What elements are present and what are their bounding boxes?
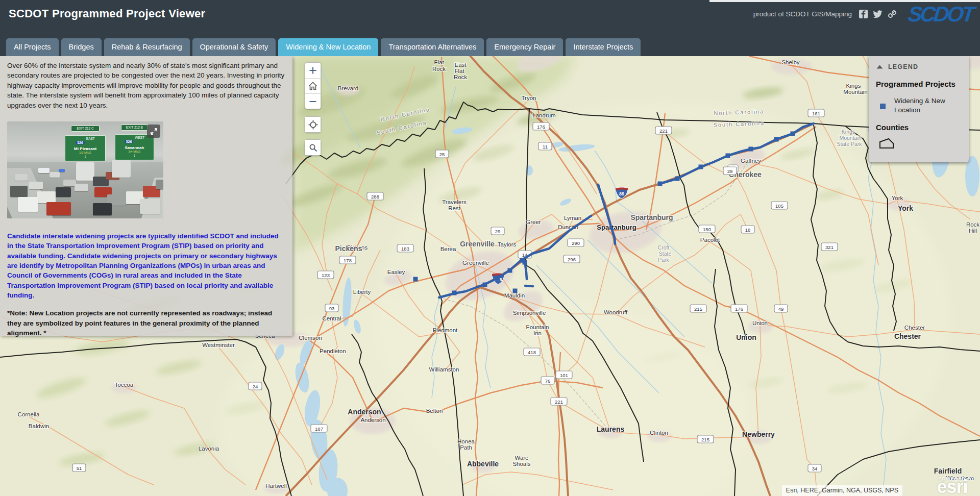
chevron-up-icon xyxy=(876,62,884,71)
vehicle xyxy=(15,174,27,181)
tab-emergency-repair[interactable]: Emergency Repair xyxy=(486,38,563,56)
home-icon xyxy=(308,82,317,90)
map-label: Rest xyxy=(448,205,460,211)
vehicle xyxy=(38,168,49,173)
project-point-widening xyxy=(726,154,730,158)
map-label: Williamston xyxy=(429,366,459,373)
tab-rehab-resurfacing[interactable]: Rehab & Resurfacing xyxy=(104,38,190,56)
candidate-projects-text: Candidate interstate widening projects a… xyxy=(7,231,285,300)
map-label: Brevard xyxy=(338,85,358,91)
map-label: Easley xyxy=(387,269,405,275)
map-label: Travelers xyxy=(442,199,467,205)
map-label: Inn xyxy=(533,330,542,336)
tab-interstate-projects[interactable]: Interstate Projects xyxy=(566,38,641,56)
map-label: Central xyxy=(322,315,341,321)
route-shield-number: 25 xyxy=(439,152,445,157)
route-shield-number: 215 xyxy=(701,437,709,442)
map-label: Laurens xyxy=(597,425,625,433)
route-shield-number: 178 xyxy=(344,258,352,263)
search-button[interactable] xyxy=(305,140,321,155)
tab-widening-new-location[interactable]: Widening & New Location xyxy=(278,38,378,56)
vehicle xyxy=(140,199,160,214)
map-label: Mountain xyxy=(843,89,867,95)
project-point-widening xyxy=(496,277,500,281)
page-title: SCDOT Programmed Project Viewer xyxy=(9,7,205,20)
zoom-in-button[interactable] xyxy=(305,63,321,78)
map-label: State Park xyxy=(837,141,862,147)
project-point-widening xyxy=(658,182,663,186)
map-label: Shoals xyxy=(512,461,530,467)
project-point-widening xyxy=(513,289,518,293)
vehicle xyxy=(63,180,76,186)
map-label: Piedmont xyxy=(433,327,458,333)
tab-all-projects[interactable]: All Projects xyxy=(6,38,59,56)
polygon-icon xyxy=(878,137,962,152)
route-shield-number: 101 xyxy=(560,373,568,378)
map-label: Flat xyxy=(454,68,464,74)
zoom-control-group xyxy=(305,62,321,109)
map-label: Baldwin xyxy=(29,423,49,429)
map-label: Anderson xyxy=(348,408,381,416)
route-shield-number: 76 xyxy=(545,378,551,384)
map-label: Flat xyxy=(434,59,444,65)
route-shield-number: 288 xyxy=(371,194,379,200)
map-label: Greer xyxy=(526,219,541,225)
route-shield-number: 49 xyxy=(778,306,784,312)
vehicle xyxy=(29,182,43,189)
home-button[interactable] xyxy=(305,78,321,93)
map-label: Woodruff xyxy=(604,309,628,315)
highway-sign: 526EASTMt Pleasant1/2 MILE↓ xyxy=(65,135,106,161)
project-point-widening xyxy=(452,291,457,295)
map-label: Westminster xyxy=(202,342,235,348)
vehicle xyxy=(112,160,131,178)
vehicle xyxy=(75,184,89,191)
map-label: Fountain xyxy=(526,324,549,330)
map-label: Pendleton xyxy=(320,348,346,354)
map-label: Rock xyxy=(454,74,467,80)
map-label: Lavonia xyxy=(199,445,219,452)
route-shield-number: 296 xyxy=(568,257,576,262)
map-label: Honea xyxy=(457,438,475,444)
map-label: Mauldin xyxy=(504,292,525,299)
tab-transportation-alternatives[interactable]: Transportation Alternatives xyxy=(381,38,484,56)
zoom-out-button[interactable] xyxy=(305,93,321,109)
map-label: Landrum xyxy=(532,112,555,118)
route-shield-number: 18 xyxy=(745,227,751,233)
minus-icon xyxy=(309,97,317,106)
vehicle xyxy=(156,180,163,189)
vehicle xyxy=(18,197,38,212)
legend-header[interactable]: LEGEND xyxy=(876,62,962,71)
tab-operational-safety[interactable]: Operational & Safety xyxy=(192,38,276,56)
project-point-widening xyxy=(483,283,487,287)
project-point-widening xyxy=(699,165,703,169)
map-label: Pickens xyxy=(335,244,362,253)
route-shield-number: 221 xyxy=(555,399,563,405)
legend-section-counties: Counties xyxy=(876,123,962,132)
swatch-programmed-projects xyxy=(880,104,886,109)
map-label: Park xyxy=(658,257,669,263)
route-shield-number: 123 xyxy=(322,272,330,278)
map-label: Newberry xyxy=(742,430,775,438)
route-shield-number: 176 xyxy=(537,124,545,130)
map-label: Mountain xyxy=(839,135,861,141)
vehicle xyxy=(10,186,28,197)
locate-button[interactable] xyxy=(305,117,321,132)
expand-icon[interactable] xyxy=(147,125,160,138)
link-icon[interactable] xyxy=(888,10,897,19)
vehicle xyxy=(37,191,56,203)
facebook-icon[interactable] xyxy=(859,10,868,18)
map-label: Union xyxy=(752,320,768,326)
map-label: Hartwell xyxy=(265,483,287,489)
map-label: Taylors xyxy=(498,241,517,247)
search-button-wrap xyxy=(305,139,321,156)
map-label: Fairfield xyxy=(934,467,962,475)
scrollbar-strip xyxy=(709,0,980,2)
map-label: Rock xyxy=(432,66,446,72)
vehicle xyxy=(76,162,95,181)
legend-title: LEGEND xyxy=(888,63,918,70)
route-shield-number: 321 xyxy=(825,244,834,250)
twitter-icon[interactable] xyxy=(873,10,883,18)
project-point-widening xyxy=(749,147,753,152)
tab-bridges[interactable]: Bridges xyxy=(61,38,102,56)
map-label: Hill xyxy=(969,228,977,234)
